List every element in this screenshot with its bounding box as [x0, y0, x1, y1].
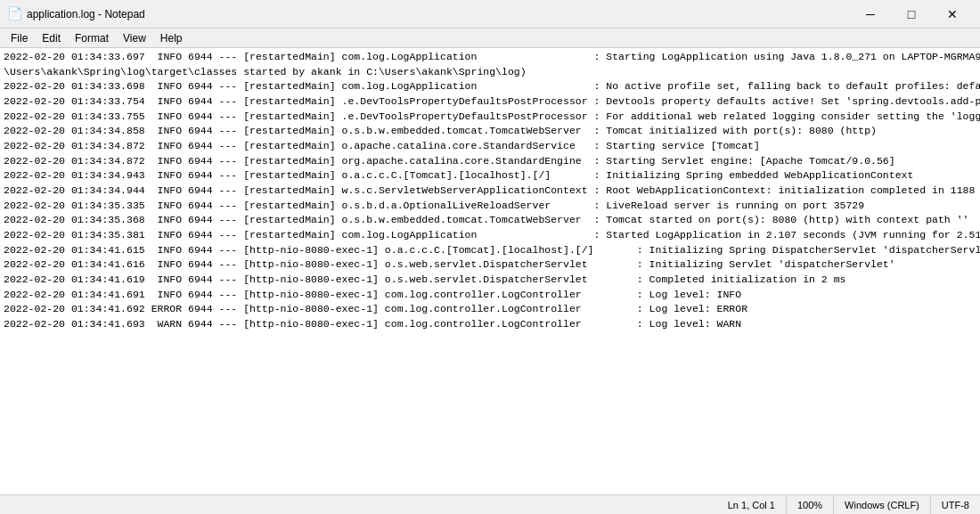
menu-item-view[interactable]: View — [116, 30, 153, 46]
menu-item-help[interactable]: Help — [153, 30, 190, 46]
title-bar: 📄 application.log - Notepad ─ □ ✕ — [0, 0, 980, 29]
maximize-button[interactable]: □ — [891, 0, 932, 29]
menu-bar: FileEditFormatViewHelp — [0, 29, 980, 48]
status-bar: Ln 1, Col 1 100% Windows (CRLF) UTF-8 — [0, 494, 980, 514]
app-icon: 📄 — [7, 7, 21, 21]
minimize-button[interactable]: ─ — [850, 0, 891, 29]
menu-item-file[interactable]: File — [4, 30, 35, 46]
log-text-area[interactable]: 2022-02-20 01:34:33.697 INFO 6944 --- [r… — [0, 48, 980, 494]
menu-item-edit[interactable]: Edit — [35, 30, 68, 46]
status-zoom: 100% — [787, 495, 834, 514]
main-content: 2022-02-20 01:34:33.697 INFO 6944 --- [r… — [0, 48, 980, 494]
title-bar-text: application.log - Notepad — [27, 8, 850, 20]
status-position: Ln 1, Col 1 — [717, 495, 787, 514]
status-line-ending: Windows (CRLF) — [834, 495, 931, 514]
title-bar-controls: ─ □ ✕ — [850, 0, 973, 29]
close-button[interactable]: ✕ — [932, 0, 973, 29]
status-encoding: UTF-8 — [931, 495, 980, 514]
menu-item-format[interactable]: Format — [68, 30, 116, 46]
